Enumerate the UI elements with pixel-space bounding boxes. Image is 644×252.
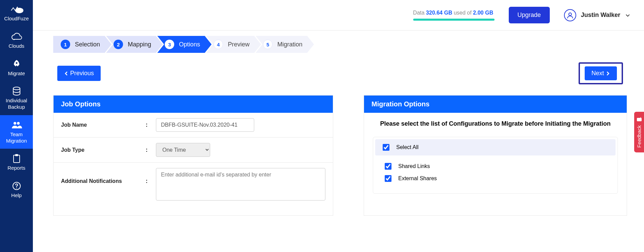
sidebar-item-team-migration[interactable]: Team Migration (0, 115, 33, 149)
cloud-icon (0, 31, 33, 42)
sidebar-item-label: CloudFuze (0, 16, 33, 22)
sidebar-item-individual-backup[interactable]: Individual Backup (0, 81, 33, 115)
step-number: 1 (61, 40, 70, 49)
sidebar-item-migrate[interactable]: Migrate (0, 54, 33, 82)
job-name-label: Job Name (61, 122, 139, 128)
job-options-panel: Job Options Job Name : Job Type : One Ti… (53, 95, 333, 216)
database-icon (0, 86, 33, 96)
avatar-icon (564, 9, 576, 21)
panel-title: Migration Options (364, 96, 627, 113)
next-label: Next (591, 70, 604, 77)
next-highlight: Next (579, 62, 623, 84)
config-label: External Shares (398, 175, 437, 182)
colon: : (146, 168, 149, 184)
previous-label: Previous (70, 70, 94, 77)
profile-name: Justin Walker (581, 12, 620, 19)
chevron-down-icon (625, 13, 630, 18)
step-number: 2 (114, 40, 123, 49)
step-label: Options (179, 41, 200, 48)
select-all-label: Select All (396, 144, 419, 150)
config-row-external-shares: External Shares (373, 172, 618, 185)
profile-menu[interactable]: Justin Walker (564, 9, 630, 21)
data-limit: 2.00 GB (473, 10, 494, 16)
content-columns: Job Options Job Name : Job Type : One Ti… (53, 95, 627, 216)
step-mapping[interactable]: 2 Mapping (106, 36, 163, 53)
main: 1 Selection 2 Mapping 3 Options 4 Previe… (33, 30, 644, 252)
migration-options-panel: Migration Options Please select the list… (364, 95, 627, 216)
step-label: Selection (75, 41, 100, 48)
step-migration[interactable]: 5 Migration (256, 36, 314, 53)
job-type-select[interactable]: One Time (156, 143, 210, 157)
rocket-icon (0, 59, 33, 69)
data-middle: used of (452, 10, 473, 16)
sidebar-item-label: Individual Backup (0, 98, 33, 110)
config-list: Select All Shared Links External Shares (373, 137, 618, 194)
sidebar-item-help[interactable]: Help (0, 176, 33, 204)
step-label: Mapping (128, 41, 151, 48)
sidebar-item-label: Team Migration (0, 131, 33, 144)
step-number: 4 (214, 40, 223, 49)
svg-rect-6 (15, 154, 18, 156)
help-icon (0, 181, 33, 191)
step-number: 3 (165, 40, 174, 49)
migration-prompt: Please select the list of Configurations… (373, 120, 618, 127)
svg-rect-5 (14, 155, 20, 163)
data-prefix: Data (413, 10, 426, 16)
step-preview[interactable]: 4 Preview (206, 36, 261, 53)
feedback-tab[interactable]: Feedback (634, 112, 644, 152)
notifications-row: Additional Notifications : (54, 163, 333, 215)
step-selection[interactable]: 1 Selection (53, 36, 112, 53)
cloudfuze-logo-icon (0, 4, 33, 14)
colon: : (146, 122, 149, 128)
sidebar-item-label: Reports (0, 165, 33, 171)
chat-icon (636, 117, 642, 122)
sidebar-item-clouds[interactable]: Clouds (0, 27, 33, 54)
select-all-row: Select All (375, 139, 616, 155)
notifications-input[interactable] (156, 168, 325, 201)
config-row-shared-links: Shared Links (373, 160, 618, 172)
panel-title: Job Options (54, 96, 333, 113)
external-shares-checkbox[interactable] (385, 175, 391, 182)
step-label: Migration (277, 41, 302, 48)
next-button[interactable]: Next (585, 66, 617, 80)
sidebar-item-label: Clouds (0, 43, 33, 49)
sidebar-logo[interactable]: CloudFuze (0, 0, 33, 27)
job-type-label: Job Type (61, 147, 139, 153)
sidebar-item-label: Migrate (0, 70, 33, 77)
job-name-input[interactable] (156, 118, 254, 132)
chevron-right-icon (606, 71, 610, 76)
shared-links-checkbox[interactable] (385, 163, 391, 170)
step-label: Preview (228, 41, 249, 48)
data-usage-bar (413, 19, 495, 21)
data-usage-text: Data 320.64 GB used of 2.00 GB (413, 10, 494, 16)
data-used: 320.64 GB (426, 10, 452, 16)
previous-button[interactable]: Previous (57, 66, 101, 81)
config-label: Shared Links (398, 163, 430, 169)
upgrade-button[interactable]: Upgrade (509, 7, 550, 23)
chevron-left-icon (64, 71, 68, 76)
job-name-row: Job Name : (54, 113, 333, 138)
notifications-label: Additional Notifications (61, 168, 139, 184)
colon: : (146, 147, 149, 153)
step-options[interactable]: 3 Options (157, 36, 212, 53)
data-usage: Data 320.64 GB used of 2.00 GB (413, 10, 495, 21)
svg-point-3 (14, 122, 16, 125)
team-icon (0, 120, 33, 130)
step-number: 5 (263, 40, 273, 49)
sidebar: CloudFuze Clouds Migrate Individual Back… (0, 0, 33, 252)
svg-point-2 (13, 87, 20, 90)
svg-point-1 (16, 62, 17, 64)
feedback-label: Feedback (636, 125, 642, 148)
sidebar-item-reports[interactable]: Reports (0, 149, 33, 176)
svg-point-0 (15, 8, 23, 13)
wizard-nav: Previous Next (53, 62, 627, 84)
sidebar-item-label: Help (0, 192, 33, 199)
clipboard-icon (0, 153, 33, 164)
svg-point-4 (17, 122, 20, 125)
select-all-checkbox[interactable] (383, 144, 389, 151)
svg-rect-10 (637, 118, 642, 121)
svg-point-8 (16, 188, 17, 188)
stepper: 1 Selection 2 Mapping 3 Options 4 Previe… (53, 36, 627, 53)
job-type-row: Job Type : One Time (54, 138, 333, 163)
svg-point-9 (569, 13, 571, 16)
